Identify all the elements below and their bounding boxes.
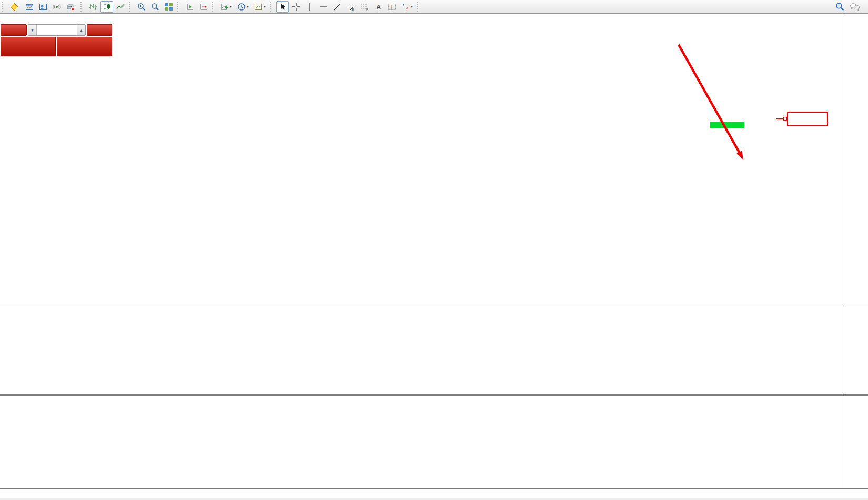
- new-order-icon: [10, 3, 18, 11]
- zoom-out-icon: [151, 3, 159, 11]
- horizontal-line-icon: [319, 3, 328, 11]
- text-icon: A: [374, 3, 382, 11]
- text-label-tool-button[interactable]: T: [386, 1, 398, 13]
- autotrading-icon: [66, 3, 75, 11]
- chart-candles-button[interactable]: [100, 1, 113, 13]
- auto-scroll-icon: [186, 3, 194, 11]
- crosshair-tool-button[interactable]: [290, 1, 302, 13]
- chart-shift-button[interactable]: [197, 1, 210, 13]
- charts-icon: [39, 3, 47, 11]
- time-axis-line: [0, 488, 868, 489]
- templates-icon: [254, 3, 263, 11]
- window-bottom-edge: [0, 498, 868, 500]
- dropdown-caret-icon: ▾: [264, 4, 266, 9]
- new-order-button[interactable]: [8, 1, 22, 13]
- signal-icon: [53, 3, 61, 11]
- sell-price-display[interactable]: [1, 37, 56, 56]
- svg-text:A: A: [376, 3, 381, 11]
- fibonacci-tool-button[interactable]: F: [358, 1, 371, 13]
- pane-divider-macd-rsi[interactable]: [0, 394, 868, 396]
- main-toolbar: ▾ ▾ ▾ E F A T ▾: [0, 0, 868, 14]
- periods-button[interactable]: ▾: [235, 1, 251, 13]
- hline-tool-button[interactable]: [317, 1, 330, 13]
- volume-stepper: ▼ ▲: [28, 24, 86, 36]
- trendline-tool-button[interactable]: [331, 1, 344, 13]
- signal-button[interactable]: [51, 1, 63, 13]
- vertical-line-icon: [306, 3, 314, 11]
- chart-bars-button[interactable]: [87, 1, 99, 13]
- chat-button[interactable]: [847, 1, 862, 13]
- fibonacci-icon: F: [360, 3, 369, 11]
- dropdown-caret-icon: ▾: [247, 4, 249, 9]
- one-click-trading-panel: ▼ ▲: [0, 24, 113, 57]
- channel-tool-button[interactable]: E: [345, 1, 357, 13]
- price-box-connector-line: [776, 118, 783, 119]
- clock-icon: [237, 3, 246, 11]
- toolbar-grip: [212, 2, 215, 12]
- candlestick-chart-icon: [103, 3, 111, 11]
- pane-divider-main-macd[interactable]: [0, 304, 868, 305]
- buy-price-display[interactable]: [57, 37, 112, 56]
- templates-button[interactable]: ▾: [252, 1, 268, 13]
- equidistant-channel-icon: E: [347, 3, 355, 11]
- tile-windows-button[interactable]: [163, 1, 175, 13]
- dropdown-caret-icon: ▾: [411, 4, 413, 9]
- buy-button[interactable]: [87, 24, 112, 36]
- toolbar-grip: [270, 2, 273, 12]
- volume-increase-icon[interactable]: ▲: [77, 25, 85, 35]
- zoom-in-icon: [137, 3, 146, 11]
- sell-button[interactable]: [1, 24, 27, 36]
- auto-scroll-button[interactable]: [184, 1, 196, 13]
- autotrading-button[interactable]: [64, 1, 78, 13]
- text-tool-button[interactable]: A: [372, 1, 385, 13]
- arrows-tool-button[interactable]: ▾: [399, 1, 415, 13]
- profiles-icon: [25, 3, 34, 11]
- bar-chart-icon: [89, 3, 97, 11]
- toolbar-grip: [177, 2, 180, 12]
- svg-text:E: E: [352, 8, 354, 11]
- chart-line-button[interactable]: [114, 1, 127, 13]
- tile-windows-icon: [165, 3, 173, 11]
- dropdown-caret-icon: ▾: [230, 4, 232, 9]
- toolbar-grip: [2, 2, 5, 12]
- search-button[interactable]: [833, 1, 846, 13]
- price-axis-line: [842, 14, 842, 488]
- toolbar-right-group: [833, 1, 863, 13]
- arrow-objects-icon: [401, 3, 410, 11]
- search-icon: [835, 2, 844, 11]
- indicators-button[interactable]: ▾: [218, 1, 234, 13]
- vline-tool-button[interactable]: [304, 1, 316, 13]
- line-chart-icon: [116, 3, 125, 11]
- svg-text:F: F: [366, 8, 368, 11]
- profiles-button[interactable]: [23, 1, 36, 13]
- charts-button[interactable]: [37, 1, 49, 13]
- trend-arrow[interactable]: [668, 37, 752, 166]
- zoom-in-button[interactable]: [135, 1, 148, 13]
- indicators-icon: [220, 3, 229, 11]
- chart-shift-icon: [199, 3, 208, 11]
- toolbar-grip: [129, 2, 132, 12]
- cursor-tool-button[interactable]: [276, 1, 289, 13]
- price-callout-box[interactable]: [787, 112, 828, 126]
- volume-decrease-icon[interactable]: ▼: [28, 25, 37, 35]
- crosshair-icon: [292, 3, 300, 11]
- svg-text:T: T: [390, 4, 393, 10]
- toolbar-grip: [80, 2, 84, 12]
- zoom-out-button[interactable]: [149, 1, 162, 13]
- toolbar-grip: [417, 2, 420, 12]
- volume-input[interactable]: [37, 25, 77, 35]
- text-label-icon: T: [388, 3, 396, 11]
- cursor-icon: [278, 3, 287, 11]
- trendline-icon: [333, 3, 341, 11]
- price-box-connector-square: [783, 117, 787, 121]
- chat-icon: [850, 3, 860, 11]
